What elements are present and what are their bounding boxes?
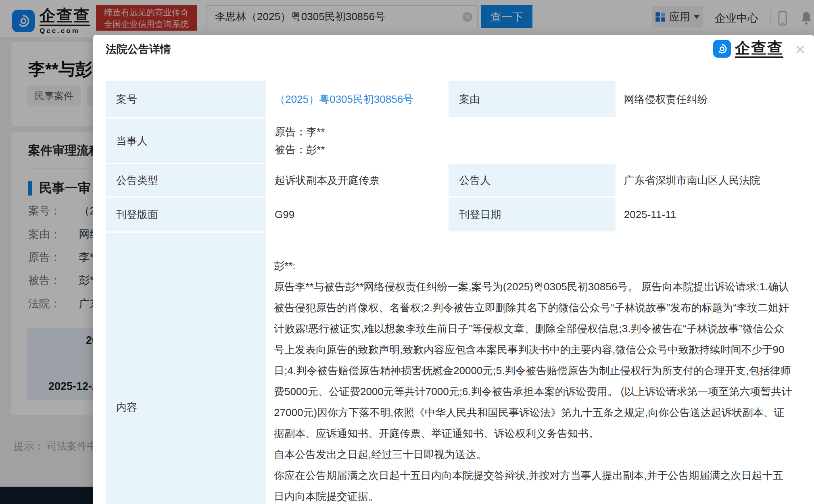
date-value: 2025-11-11 — [617, 198, 801, 231]
table-row: 案号 （2025）粤0305民初30856号 案由 网络侵权责任纠纷 — [106, 81, 801, 117]
qcc-brand-cn: 企查查 — [735, 40, 783, 58]
parties-value: 原告：李** 被告：彭** — [267, 119, 801, 163]
qcc-logo-icon — [713, 40, 731, 58]
page-value: G99 — [267, 198, 447, 231]
announcement-detail-table: 案号 （2025）粤0305民初30856号 案由 网络侵权责任纠纷 当事人 原… — [104, 80, 803, 504]
plaintiff-line: 原告：李** — [275, 123, 801, 141]
content-label: 内容 — [106, 233, 266, 504]
type-value: 起诉状副本及开庭传票 — [267, 164, 447, 196]
modal-title: 法院公告详情 — [106, 42, 171, 56]
case-no-link[interactable]: （2025）粤0305民初30856号 — [275, 93, 413, 105]
page-label: 刊登版面 — [106, 198, 266, 231]
type-label: 公告类型 — [106, 164, 266, 196]
table-row: 刊登版面 G99 刊登日期 2025-11-11 — [106, 198, 801, 231]
court-announcement-modal: 法院公告详情 企查查 ✕ 案号 （2025）粤0305民初30856号 案由 网… — [93, 35, 814, 504]
content-text: 彭**: 原告李**与被告彭**网络侵权责任纠纷一案,案号为(2025)粤030… — [267, 233, 801, 504]
table-row: 内容 彭**: 原告李**与被告彭**网络侵权责任纠纷一案,案号为(2025)粤… — [106, 233, 801, 504]
modal-qcc-logo: 企查查 — [713, 40, 783, 58]
table-row: 当事人 原告：李** 被告：彭** — [106, 119, 801, 163]
defendant-line: 被告：彭** — [275, 141, 801, 158]
announcer-value: 广东省深圳市南山区人民法院 — [617, 164, 801, 196]
case-no-value: （2025）粤0305民初30856号 — [267, 81, 447, 117]
date-label: 刊登日期 — [449, 198, 616, 231]
close-icon[interactable]: ✕ — [795, 43, 806, 56]
cause-value: 网络侵权责任纠纷 — [617, 81, 801, 117]
table-row: 公告类型 起诉状副本及开庭传票 公告人 广东省深圳市南山区人民法院 — [106, 164, 801, 196]
parties-label: 当事人 — [106, 119, 266, 163]
cause-label: 案由 — [449, 81, 616, 117]
announcer-label: 公告人 — [449, 164, 616, 196]
case-no-label: 案号 — [106, 81, 266, 117]
